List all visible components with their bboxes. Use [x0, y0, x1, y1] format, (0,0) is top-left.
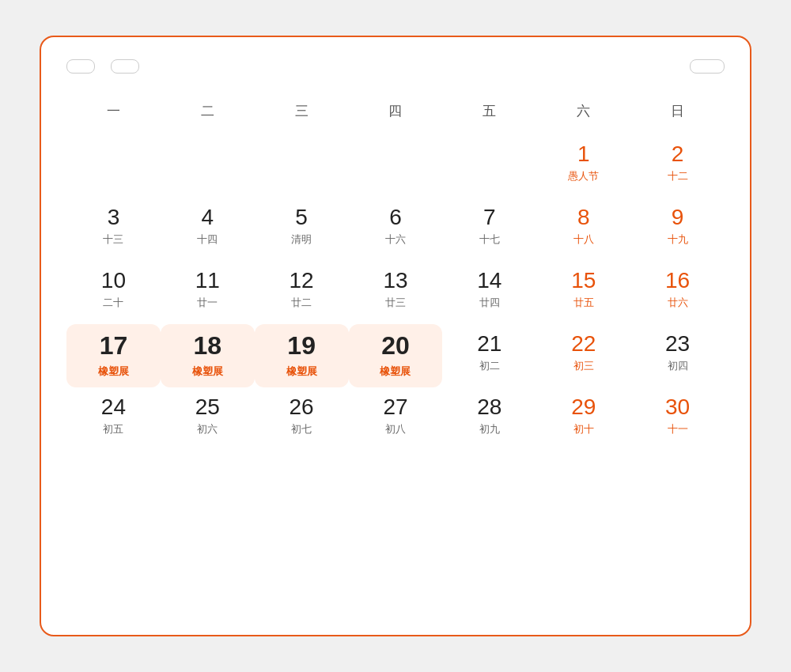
- day-cell: [349, 134, 443, 198]
- day-number: 22: [571, 332, 596, 357]
- day-sub: 初七: [291, 423, 312, 436]
- day-number: 28: [477, 395, 501, 420]
- day-sub: 廿五: [573, 296, 594, 309]
- weekday-cell: 日: [630, 96, 725, 126]
- month-select[interactable]: [111, 59, 139, 74]
- day-sub: 廿六: [668, 296, 688, 309]
- day-cell: [66, 134, 161, 198]
- day-cell[interactable]: 24初五: [66, 387, 161, 451]
- day-number: 18: [193, 332, 221, 360]
- day-sub: 廿二: [291, 296, 312, 309]
- day-cell: [442, 134, 536, 198]
- weekday-cell: 二: [161, 96, 255, 126]
- calendar-header: [66, 59, 725, 74]
- day-cell[interactable]: 18橡塑展: [161, 324, 255, 387]
- day-number: 2: [672, 142, 684, 167]
- day-number: 1: [577, 142, 590, 167]
- day-cell[interactable]: 29初十: [536, 387, 630, 451]
- day-cell[interactable]: 19橡塑展: [255, 324, 349, 387]
- weekday-cell: 三: [255, 96, 349, 126]
- day-cell[interactable]: 2十二: [630, 134, 725, 198]
- day-number: 4: [201, 206, 214, 230]
- day-cell[interactable]: 17橡塑展: [66, 324, 161, 387]
- day-sub: 廿三: [385, 296, 406, 309]
- day-cell[interactable]: 22初三: [536, 324, 630, 387]
- event-tag: 橡塑展: [98, 364, 129, 379]
- view-select[interactable]: [690, 59, 725, 74]
- day-cell[interactable]: 16廿六: [630, 261, 725, 324]
- year-select[interactable]: [66, 59, 95, 74]
- day-cell[interactable]: 21初二: [442, 324, 536, 387]
- day-cell: [161, 134, 255, 198]
- day-cell[interactable]: 15廿五: [536, 261, 630, 324]
- day-number: 20: [381, 332, 410, 360]
- day-sub: 初四: [668, 360, 688, 372]
- day-number: 27: [383, 395, 407, 420]
- day-cell[interactable]: 7十七: [442, 198, 536, 261]
- day-sub: 二十: [103, 296, 123, 309]
- day-number: 6: [389, 206, 402, 230]
- day-cell[interactable]: 4十四: [161, 198, 255, 261]
- day-sub: 十九: [668, 233, 688, 246]
- day-sub: 初二: [479, 360, 500, 372]
- weekday-cell: 一: [66, 96, 161, 126]
- day-number: 16: [665, 269, 690, 293]
- day-cell: [255, 134, 349, 198]
- day-cell[interactable]: 25初六: [161, 387, 255, 451]
- day-sub: 初三: [573, 360, 594, 372]
- day-number: 25: [195, 395, 220, 420]
- day-number: 8: [577, 206, 590, 230]
- calendar-container: 一二三四五六日 1愚人节2十二3十三4十四5清明6十六7十七8十八9十九10二十…: [40, 36, 751, 636]
- day-sub: 初十: [573, 423, 594, 436]
- day-number: 15: [571, 269, 596, 293]
- day-number: 7: [483, 206, 496, 230]
- day-cell[interactable]: 9十九: [630, 198, 725, 261]
- day-sub: 廿四: [479, 296, 500, 309]
- day-cell[interactable]: 14廿四: [442, 261, 536, 324]
- day-sub: 十六: [385, 233, 406, 246]
- day-number: 26: [290, 395, 314, 420]
- day-cell[interactable]: 27初八: [349, 387, 443, 451]
- day-sub: 初九: [479, 423, 500, 436]
- day-cell[interactable]: 3十三: [66, 198, 161, 261]
- day-cell[interactable]: 13廿三: [349, 261, 443, 324]
- day-number: 11: [195, 269, 220, 293]
- days-grid: 1愚人节2十二3十三4十四5清明6十六7十七8十八9十九10二十11廿一12廿二…: [66, 134, 725, 451]
- day-sub: 廿一: [197, 296, 218, 309]
- day-number: 19: [287, 332, 316, 360]
- day-sub: 十七: [479, 233, 500, 246]
- weekday-header: 一二三四五六日: [66, 96, 725, 126]
- day-number: 12: [290, 269, 314, 293]
- day-sub: 十八: [573, 233, 594, 246]
- day-number: 13: [383, 269, 407, 293]
- day-number: 3: [108, 206, 120, 230]
- day-number: 30: [665, 395, 690, 420]
- day-number: 23: [665, 332, 690, 357]
- day-cell[interactable]: 10二十: [66, 261, 161, 324]
- event-tag: 橡塑展: [192, 364, 223, 379]
- day-cell[interactable]: 8十八: [536, 198, 630, 261]
- day-sub: 十一: [668, 423, 688, 436]
- day-sub: 初五: [103, 423, 123, 436]
- day-cell[interactable]: 5清明: [255, 198, 349, 261]
- day-number: 29: [571, 395, 596, 420]
- day-cell[interactable]: 11廿一: [161, 261, 255, 324]
- weekday-cell: 五: [442, 96, 536, 126]
- day-cell[interactable]: 12廿二: [255, 261, 349, 324]
- day-cell[interactable]: 1愚人节: [536, 134, 630, 198]
- day-number: 21: [477, 332, 501, 357]
- day-number: 5: [295, 206, 308, 230]
- day-cell[interactable]: 23初四: [630, 324, 725, 387]
- day-number: 10: [101, 269, 126, 293]
- day-sub: 十四: [197, 233, 218, 246]
- day-sub: 初八: [385, 423, 406, 436]
- weekday-cell: 六: [536, 96, 630, 126]
- weekday-cell: 四: [349, 96, 443, 126]
- day-cell[interactable]: 28初九: [442, 387, 536, 451]
- day-cell[interactable]: 6十六: [349, 198, 443, 261]
- day-sub: 十二: [668, 170, 688, 183]
- day-cell[interactable]: 30十一: [630, 387, 725, 451]
- day-sub: 初六: [197, 423, 218, 436]
- day-cell[interactable]: 26初七: [255, 387, 349, 451]
- day-cell[interactable]: 20橡塑展: [349, 324, 443, 387]
